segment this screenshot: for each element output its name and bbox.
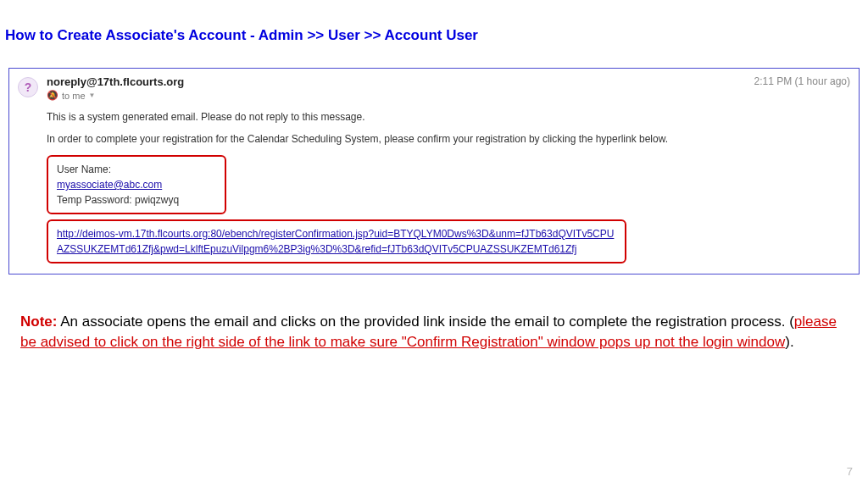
note-label: Note:	[20, 313, 57, 330]
password-value: pwiqzwyq	[135, 194, 179, 206]
mute-icon: 🔕	[47, 90, 58, 101]
recipient-line[interactable]: 🔕 to me ▼	[47, 90, 754, 101]
confirmation-link[interactable]: http://deimos-vm.17th.flcourts.org:80/eb…	[57, 228, 614, 255]
body-line-1: This is a system generated email. Please…	[47, 111, 850, 123]
note-text-after: ).	[785, 334, 793, 350]
email-header: ? noreply@17th.flcourts.org 🔕 to me ▼ 2:…	[18, 75, 850, 101]
page-title: How to Create Associate's Account - Admi…	[0, 0, 868, 44]
note-text-before: An associate opens the email and clicks …	[57, 313, 793, 330]
credentials-highlight: User Name: myassociate@abc.com Temp Pass…	[47, 155, 226, 214]
password-label: Temp Password:	[57, 194, 132, 206]
sender-address: noreply@17th.flcourts.org	[47, 75, 754, 88]
note-paragraph: Note: An associate opens the email and c…	[20, 312, 848, 352]
chevron-down-icon: ▼	[89, 92, 96, 99]
page-number: 7	[847, 465, 853, 478]
email-container: ? noreply@17th.flcourts.org 🔕 to me ▼ 2:…	[8, 68, 860, 274]
to-text: to me	[62, 91, 86, 101]
body-line-2: In order to complete your registration f…	[47, 133, 850, 145]
email-timestamp: 2:11 PM (1 hour ago)	[754, 75, 850, 87]
username-label: User Name:	[57, 162, 130, 177]
email-body: This is a system generated email. Please…	[47, 111, 850, 263]
sender-avatar: ?	[18, 77, 38, 97]
username-link[interactable]: myassociate@abc.com	[57, 179, 162, 191]
confirmation-link-highlight: http://deimos-vm.17th.flcourts.org:80/eb…	[47, 219, 626, 263]
